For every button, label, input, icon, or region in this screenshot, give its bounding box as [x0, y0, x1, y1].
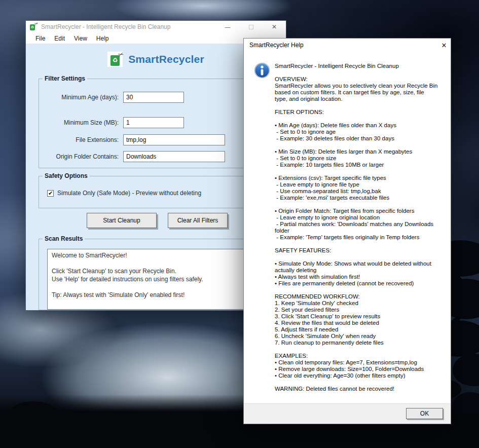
min-age-input[interactable] [123, 92, 184, 103]
filter-settings-legend: Filter Settings [43, 75, 87, 83]
close-button[interactable]: ✕ [263, 21, 286, 33]
maximize-icon [249, 25, 253, 29]
minimize-button[interactable]: — [216, 21, 239, 33]
info-icon [254, 62, 270, 79]
app-name-heading: SmartRecycler [128, 53, 204, 65]
origin-folder-input[interactable] [123, 151, 225, 162]
window-title: SmartRecycler - Intelligent Recycle Bin … [41, 23, 170, 30]
scan-results-legend: Scan Results [43, 235, 85, 243]
scan-results-text: Welcome to SmartRecycler! Click 'Start C… [52, 252, 266, 299]
checkmark-icon: ✔ [48, 191, 53, 196]
simulate-only-label: Simulate Only (Safe Mode) - Preview with… [57, 190, 201, 197]
menu-view[interactable]: View [69, 34, 92, 43]
scissors-icon: ✂ [34, 21, 39, 27]
maximize-button[interactable] [239, 21, 263, 33]
help-dialog-close-button[interactable]: ✕ [437, 40, 451, 51]
origin-folder-row: Origin Folder Contains: [39, 151, 225, 162]
help-dialog: SmartRecycler Help ✕ SmartRecycler - Int… [243, 38, 451, 424]
help-dialog-title: SmartRecycler Help [249, 42, 304, 49]
filter-settings-group: Filter Settings Minimum Age (days): Mini… [39, 79, 274, 168]
window-titlebar[interactable]: ♻ ✂ SmartRecycler - Intelligent Recycle … [26, 21, 286, 33]
min-age-label: Minimum Age (days): [39, 94, 119, 101]
safety-options-legend: Safety Options [43, 172, 90, 180]
min-age-row: Minimum Age (days): [39, 92, 184, 103]
min-size-row: Minimum Size (MB): [39, 117, 184, 128]
scan-results-group: Scan Results Welcome to SmartRecycler! C… [39, 239, 274, 310]
close-icon: ✕ [272, 23, 277, 30]
app-logo-tile: ♻ ✂ [107, 52, 123, 67]
help-dialog-titlebar[interactable]: SmartRecycler Help ✕ [244, 39, 451, 52]
clear-filters-button[interactable]: Clear All Filters [168, 213, 228, 228]
file-extensions-label: File Extensions: [39, 136, 119, 143]
min-size-label: Minimum Size (MB): [39, 119, 119, 126]
close-icon: ✕ [441, 42, 447, 49]
menu-help[interactable]: Help [92, 34, 114, 43]
simulate-only-row: ✔ Simulate Only (Safe Mode) - Preview wi… [47, 190, 201, 197]
ok-button[interactable]: OK [406, 408, 443, 419]
recycle-bin-icon: ♻ [30, 24, 35, 30]
window-controls: — ✕ [216, 21, 286, 33]
min-size-input[interactable] [123, 117, 184, 128]
simulate-only-checkbox[interactable]: ✔ [47, 190, 54, 197]
menu-file[interactable]: File [31, 34, 50, 43]
minimize-icon: — [225, 24, 231, 30]
help-body-text: SmartRecycler - Intelligent Recycle Bin … [275, 63, 447, 392]
file-extensions-input[interactable] [123, 134, 225, 145]
help-dialog-footer: OK [244, 403, 451, 424]
file-extensions-row: File Extensions: [39, 134, 225, 145]
scissors-icon: ✂ [117, 50, 124, 58]
app-icon: ♻ ✂ [30, 23, 38, 31]
scan-results-textbox[interactable]: Welcome to SmartRecycler! Click 'Start C… [47, 249, 271, 310]
safety-options-group: Safety Options ✔ Simulate Only (Safe Mod… [39, 176, 274, 208]
menu-edit[interactable]: Edit [50, 34, 69, 43]
origin-folder-label: Origin Folder Contains: [39, 153, 119, 160]
app-logo: ♻ ✂ [110, 53, 120, 66]
start-cleanup-button[interactable]: Start Cleanup [87, 213, 157, 228]
